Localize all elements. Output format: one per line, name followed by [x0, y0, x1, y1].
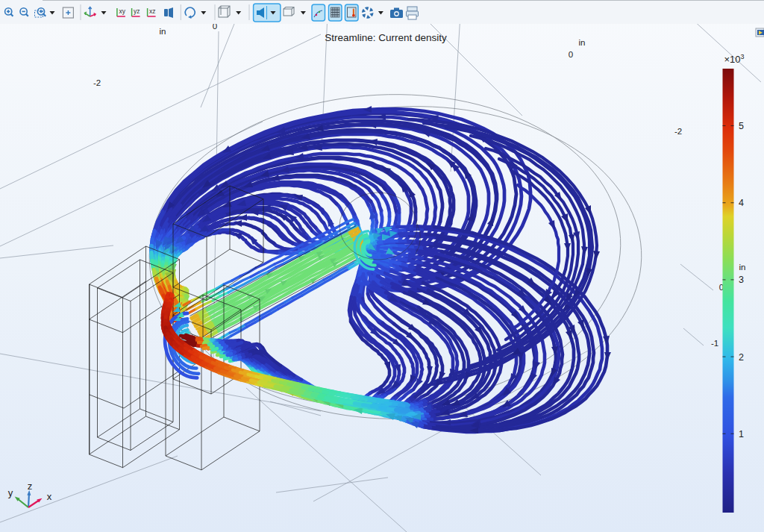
svg-text:yz: yz [134, 7, 140, 15]
svg-text:5: 5 [739, 121, 744, 131]
svg-text:xz: xz [149, 7, 156, 15]
svg-text:in: in [739, 263, 746, 272]
svg-text:in: in [579, 38, 586, 47]
svg-text:x: x [47, 491, 52, 502]
svg-text:3: 3 [739, 275, 744, 285]
svg-text:y: y [8, 487, 13, 498]
svg-text:in: in [160, 27, 166, 36]
svg-text:xy: xy [119, 7, 125, 15]
svg-text:-2: -2 [674, 127, 682, 136]
svg-text:0: 0 [569, 50, 573, 59]
svg-text:2: 2 [739, 352, 744, 363]
svg-text:-1: -1 [711, 339, 718, 348]
svg-text:Streamline: Current density: Streamline: Current density [325, 32, 447, 43]
svg-text:z: z [28, 481, 33, 492]
svg-text:1: 1 [739, 429, 744, 439]
svg-text:4: 4 [739, 198, 744, 208]
svg-text:-2: -2 [93, 78, 101, 87]
